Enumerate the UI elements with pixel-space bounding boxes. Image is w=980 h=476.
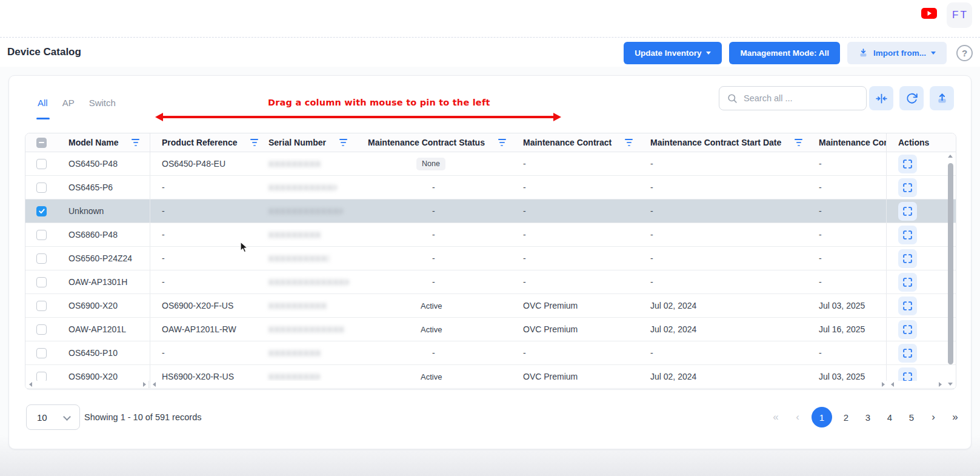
- actions-cell: [886, 247, 956, 270]
- row-checkbox[interactable]: [36, 206, 47, 216]
- pin-columns-button[interactable]: [869, 86, 893, 110]
- product-reference-cell: OS6900-X20-F-US: [150, 294, 262, 317]
- filter-icon[interactable]: [795, 139, 802, 147]
- actions-scrollbar[interactable]: [888, 381, 944, 388]
- filter-icon[interactable]: [250, 139, 258, 147]
- filter-icon[interactable]: [625, 139, 633, 147]
- update-inventory-button[interactable]: Update Inventory: [624, 42, 722, 64]
- serial-redacted: XXXXXXXXXXXX: [268, 183, 336, 192]
- search-input[interactable]: [744, 93, 859, 103]
- youtube-icon[interactable]: [921, 8, 937, 19]
- end-date-cell: Jul 03, 2025: [804, 294, 886, 317]
- tab-ap[interactable]: AP: [62, 98, 75, 119]
- expand-icon: [902, 347, 913, 359]
- select-all-checkbox[interactable]: [36, 138, 47, 148]
- expand-action-button[interactable]: [898, 155, 917, 173]
- column-header-actions[interactable]: Actions: [886, 133, 956, 152]
- column-label: Maintenance Contract Start Date: [650, 138, 781, 147]
- horizontal-scrollbar[interactable]: [150, 381, 887, 388]
- column-header-contract-end-date[interactable]: Maintenance Contr: [804, 133, 886, 152]
- page-number-1[interactable]: 1: [812, 407, 832, 427]
- table-row[interactable]: OAW-AP1301H-XXXXXXXXXXXXXX----: [25, 270, 956, 294]
- table-row[interactable]: OS6900-X20OS6900-X20-F-USXXXXXXXXXXActiv…: [25, 294, 956, 318]
- page-first-button[interactable]: «: [768, 407, 784, 427]
- column-label: Maintenance Contract: [523, 138, 612, 147]
- table-row[interactable]: OS6450-P10-XXXXXXXXX----: [25, 341, 956, 365]
- tab-all[interactable]: All: [38, 98, 48, 119]
- help-button[interactable]: ?: [956, 45, 973, 61]
- status-value: -: [432, 348, 435, 358]
- caret-down-icon: [931, 52, 936, 55]
- table-row[interactable]: OS6450-P48OS6450-P48-EUXXXXXXXXXNone---: [25, 152, 956, 176]
- page-number-3[interactable]: 3: [860, 407, 876, 427]
- scroll-left-icon[interactable]: [891, 382, 894, 387]
- scroll-right-icon[interactable]: [882, 382, 885, 387]
- page-number-4[interactable]: 4: [882, 407, 898, 427]
- scroll-down-icon[interactable]: [948, 383, 953, 386]
- row-checkbox[interactable]: [36, 301, 47, 311]
- expand-action-button[interactable]: [898, 320, 917, 339]
- scroll-left-icon[interactable]: [29, 382, 32, 387]
- row-checkbox[interactable]: [36, 277, 47, 287]
- row-checkbox[interactable]: [36, 183, 47, 193]
- row-checkbox[interactable]: [36, 348, 47, 358]
- table-row[interactable]: OS6560-P24Z24-XXXXXXXXXXX----: [25, 247, 956, 270]
- vertical-scrollbar-thumb[interactable]: [948, 163, 953, 364]
- filter-icon[interactable]: [339, 139, 347, 147]
- page-prev-button[interactable]: ‹: [790, 407, 805, 427]
- scroll-left-icon[interactable]: [153, 382, 156, 387]
- export-button[interactable]: [930, 86, 954, 110]
- row-select-cell: [25, 223, 61, 246]
- table-row[interactable]: OS6860-P48-XXXXXXXXX----: [25, 223, 956, 247]
- pagination: «‹12345›»: [768, 407, 963, 427]
- cell-value: -: [819, 253, 822, 263]
- row-checkbox[interactable]: [36, 324, 47, 335]
- expand-action-button[interactable]: [898, 178, 917, 197]
- expand-action-button[interactable]: [898, 344, 917, 363]
- page-next-button[interactable]: ›: [925, 407, 941, 427]
- contract-cell: -: [510, 247, 635, 270]
- cell-value: -: [523, 348, 526, 358]
- page-last-button[interactable]: »: [947, 407, 963, 427]
- management-mode-button[interactable]: Management Mode: All: [729, 42, 840, 64]
- column-header-model-name[interactable]: Model Name: [61, 133, 150, 152]
- row-checkbox[interactable]: [36, 253, 47, 264]
- table-row[interactable]: Unknown-XXXXXXXXXXXXX----: [25, 199, 956, 223]
- pinned-left-scrollbar[interactable]: [27, 381, 149, 388]
- row-checkbox[interactable]: [36, 230, 47, 240]
- filter-icon[interactable]: [132, 139, 139, 147]
- table-row[interactable]: OAW-AP1201LOAW-AP1201L-RWXXXXXXXXXXXXXAc…: [25, 318, 956, 341]
- expand-action-button[interactable]: [898, 273, 917, 292]
- column-header-contract[interactable]: Maintenance Contract: [510, 133, 635, 152]
- expand-action-button[interactable]: [898, 226, 917, 244]
- column-header-product-reference[interactable]: Product Reference: [150, 133, 262, 152]
- scroll-right-icon[interactable]: [939, 382, 942, 387]
- contract-status-cell: -: [356, 199, 510, 223]
- row-select-cell: [25, 176, 61, 199]
- table-row[interactable]: OS6465-P6-XXXXXXXXXXXX----: [25, 176, 956, 199]
- user-avatar[interactable]: FT: [947, 2, 972, 28]
- serial-number-cell: XXXXXXXXX: [262, 152, 356, 175]
- import-from-button[interactable]: Import from...: [847, 42, 947, 64]
- tab-switch[interactable]: Switch: [89, 98, 116, 119]
- row-checkbox[interactable]: [36, 159, 47, 169]
- column-header-contract-status[interactable]: Maintenance Contract Status: [356, 133, 510, 152]
- page-number-5[interactable]: 5: [904, 407, 919, 427]
- page-number-2[interactable]: 2: [838, 407, 854, 427]
- scroll-right-icon[interactable]: [143, 382, 146, 387]
- column-header-select[interactable]: [25, 133, 61, 152]
- vertical-scrollbar[interactable]: [947, 153, 955, 387]
- column-header-contract-start-date[interactable]: Maintenance Contract Start Date: [635, 133, 804, 152]
- row-checkbox[interactable]: [36, 372, 47, 382]
- expand-action-button[interactable]: [898, 297, 917, 315]
- expand-action-button[interactable]: [898, 202, 917, 221]
- page-size-select[interactable]: 10: [26, 404, 80, 430]
- expand-action-button[interactable]: [898, 249, 917, 268]
- model-name-cell: OS6450-P10: [61, 341, 150, 364]
- caret-down-icon: [706, 52, 711, 55]
- scroll-up-icon[interactable]: [948, 155, 953, 158]
- column-header-serial-number[interactable]: Serial Number: [262, 133, 356, 152]
- refresh-button[interactable]: [899, 86, 924, 110]
- status-value: -: [432, 206, 435, 216]
- filter-icon[interactable]: [498, 139, 506, 147]
